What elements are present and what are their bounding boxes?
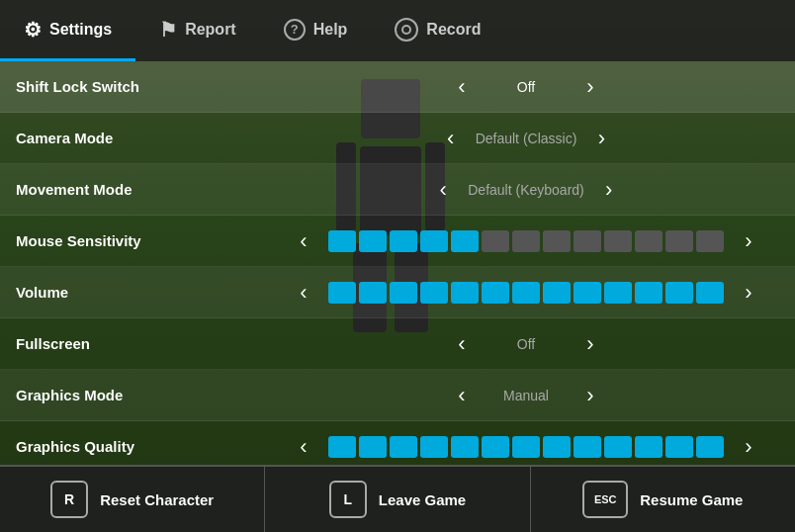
slider-segment (359, 436, 387, 458)
slider-segment (420, 282, 448, 304)
fullscreen-prev[interactable]: ‹ (447, 331, 477, 357)
setting-control-camera-mode: ‹ Default (Classic) › (265, 126, 787, 151)
slider-segment (635, 230, 662, 252)
slider-segment (635, 282, 662, 304)
movement-mode-next[interactable]: › (594, 177, 624, 203)
slider-segment (359, 282, 387, 304)
slider-segment (543, 282, 571, 304)
bottom-bar: R Reset Character L Leave Game ESC Resum… (0, 465, 795, 532)
graphics-quality-prev[interactable]: ‹ (289, 434, 318, 460)
top-navigation: ⚙ Settings ⚑ Report ? Help Record (0, 0, 795, 61)
mouse-sensitivity-prev[interactable]: ‹ (289, 228, 318, 254)
gear-icon: ⚙ (24, 18, 42, 42)
record-icon (395, 18, 418, 42)
setting-control-fullscreen: ‹ Off › (265, 331, 787, 357)
setting-row-shift-lock: Shift Lock Switch ‹ Off › (0, 61, 795, 113)
fullscreen-value: Off (486, 336, 566, 352)
slider-segment (390, 282, 417, 304)
movement-mode-prev[interactable]: ‹ (428, 177, 458, 203)
tab-help-label: Help (313, 21, 348, 39)
setting-row-camera-mode: Camera Mode ‹ Default (Classic) › (0, 113, 795, 164)
slider-segment (604, 436, 632, 458)
setting-label-volume: Volume (8, 284, 265, 301)
slider-segment (451, 230, 479, 252)
tab-help[interactable]: ? Help (260, 0, 372, 61)
slider-segment (574, 230, 601, 252)
slider-segment (574, 436, 601, 458)
slider-segment (696, 436, 724, 458)
slider-segment (604, 282, 632, 304)
flag-icon: ⚑ (159, 18, 177, 42)
setting-row-graphics-quality: Graphics Quality ‹ › (0, 421, 795, 465)
slider-segment (696, 230, 724, 252)
graphics-mode-next[interactable]: › (575, 383, 605, 408)
slider-segment (482, 282, 509, 304)
setting-label-graphics-quality: Graphics Quality (8, 438, 265, 455)
slider-segment (543, 436, 571, 458)
slider-segment (574, 282, 601, 304)
setting-label-fullscreen: Fullscreen (8, 335, 265, 352)
volume-next[interactable]: › (734, 280, 763, 306)
slider-segment (665, 230, 693, 252)
volume-slider[interactable] (328, 282, 724, 304)
tab-report[interactable]: ⚑ Report (135, 0, 260, 61)
tab-report-label: Report (185, 21, 236, 39)
slider-segment (328, 230, 356, 252)
leave-game-label: Leave Game (379, 491, 466, 508)
slider-segment (512, 230, 540, 252)
setting-label-movement-mode: Movement Mode (8, 181, 265, 198)
slider-segment (665, 282, 693, 304)
slider-segment (512, 436, 540, 458)
shift-lock-next[interactable]: › (575, 74, 605, 100)
setting-label-mouse-sensitivity: Mouse Sensitivity (8, 232, 265, 249)
slider-segment (451, 436, 479, 458)
camera-mode-value: Default (Classic) (476, 131, 577, 146)
graphics-mode-prev[interactable]: ‹ (447, 383, 477, 408)
slider-segment (390, 230, 417, 252)
settings-area: Shift Lock Switch ‹ Off › Camera Mode ‹ … (0, 61, 795, 465)
camera-mode-prev[interactable]: ‹ (436, 126, 466, 151)
shift-lock-value: Off (486, 79, 566, 95)
slider-segment (451, 282, 479, 304)
tab-settings[interactable]: ⚙ Settings (0, 0, 135, 61)
setting-label-camera-mode: Camera Mode (8, 130, 265, 146)
slider-segment (665, 436, 693, 458)
setting-label-graphics-mode: Graphics Mode (8, 387, 265, 403)
graphics-mode-value: Manual (486, 388, 566, 403)
resume-game-button[interactable]: ESC Resume Game (531, 467, 795, 532)
main-panel: ⚙ Settings ⚑ Report ? Help Record Shift … (0, 0, 795, 532)
setting-label-shift-lock: Shift Lock Switch (8, 78, 265, 95)
tab-record-label: Record (426, 21, 481, 39)
setting-row-graphics-mode: Graphics Mode ‹ Manual › (0, 370, 795, 421)
leave-game-button[interactable]: L Leave Game (265, 467, 530, 532)
mouse-sensitivity-slider[interactable] (328, 230, 724, 252)
setting-control-volume: ‹ › (265, 280, 787, 306)
camera-mode-next[interactable]: › (586, 126, 616, 151)
setting-control-movement-mode: ‹ Default (Keyboard) › (265, 177, 787, 203)
setting-row-movement-mode: Movement Mode ‹ Default (Keyboard) › (0, 164, 795, 216)
fullscreen-next[interactable]: › (575, 331, 605, 357)
slider-segment (328, 282, 356, 304)
slider-segment (359, 230, 387, 252)
slider-segment (512, 282, 540, 304)
tab-record[interactable]: Record (371, 0, 504, 61)
mouse-sensitivity-next[interactable]: › (734, 228, 763, 254)
slider-segment (390, 436, 417, 458)
setting-control-graphics-quality: ‹ › (265, 434, 787, 460)
graphics-quality-slider[interactable] (328, 436, 724, 458)
slider-segment (482, 230, 509, 252)
slider-segment (604, 230, 632, 252)
shift-lock-prev[interactable]: ‹ (447, 74, 477, 100)
setting-row-volume: Volume ‹ › (0, 267, 795, 318)
slider-segment (482, 436, 509, 458)
slider-segment (635, 436, 662, 458)
slider-segment (328, 436, 356, 458)
movement-mode-value: Default (Keyboard) (468, 182, 584, 198)
help-icon: ? (284, 19, 306, 41)
reset-character-button[interactable]: R Reset Character (0, 467, 265, 532)
leave-key-badge: L (329, 481, 367, 518)
volume-prev[interactable]: ‹ (289, 280, 318, 306)
slider-segment (420, 436, 448, 458)
graphics-quality-next[interactable]: › (734, 434, 763, 460)
setting-control-mouse-sensitivity: ‹ › (265, 228, 787, 254)
